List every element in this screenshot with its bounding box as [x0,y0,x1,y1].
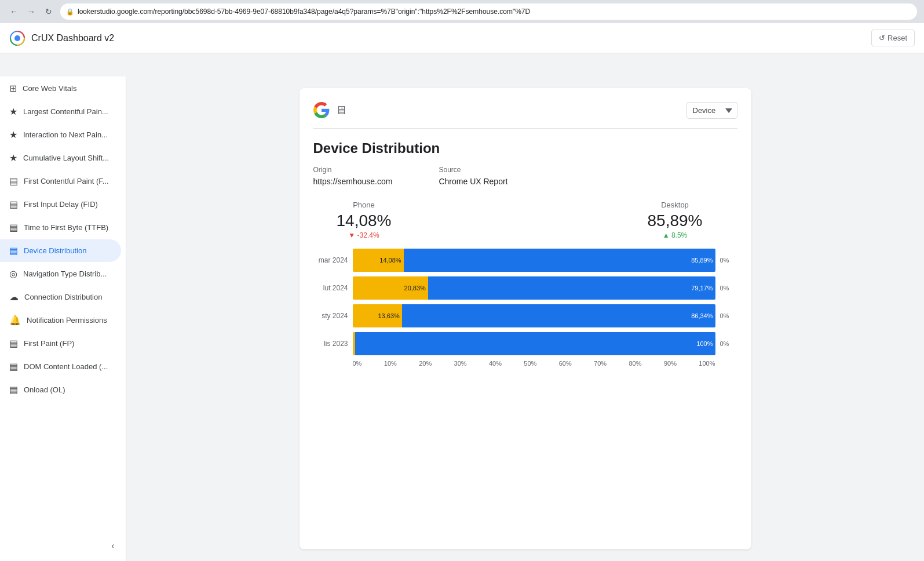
sidebar-item-first-contentful-paint[interactable]: ▤First Contentful Paint (F... [0,170,121,192]
sidebar-icon-first-contentful-paint: ▤ [9,176,18,187]
sidebar-item-connection-distribution[interactable]: ☁Connection Distribution [0,286,121,308]
app-title: CrUX Dashboard v2 [31,33,114,43]
x-axis-label: 30% [454,360,467,367]
back-button[interactable]: ← [7,5,21,19]
sidebar-icon-largest-contentful-paint: ★ [9,106,17,117]
sidebar-item-cumulative-layout-shift[interactable]: ★Cumulative Layout Shift... [0,147,121,169]
desktop-stat-label: Desktop [648,201,703,209]
chart-row-1: lut 2024 20,83% 79,17% 0% [313,276,737,300]
reload-button[interactable]: ↻ [42,5,56,19]
chart-bar-1: 20,83% 79,17% [353,276,715,300]
sidebar-item-time-to-first-byte[interactable]: ▤Time to First Byte (TTFB) [0,216,121,239]
chart-tablet-pct-2: 0% [720,312,737,319]
device-dropdown[interactable]: Device Phone Desktop Tablet [686,102,737,119]
chart-label-3: lis 2023 [313,340,348,348]
sidebar-icon-cumulative-layout-shift: ★ [9,152,17,163]
sidebar-label-cumulative-layout-shift: Cumulative Layout Shift... [23,154,109,162]
sidebar-icon-navigation-type: ◎ [9,268,17,279]
address-bar[interactable]: 🔒 lookerstudio.google.com/reporting/bbc5… [60,3,917,20]
card-title: Device Distribution [313,140,737,156]
x-axis: 0%10%20%30%40%50%60%70%80%90%100% [313,360,737,367]
phone-stat-label: Phone [337,201,392,209]
sidebar-label-largest-contentful-paint: Largest Contentful Pain... [23,107,108,116]
svg-point-1 [14,35,20,41]
sidebar-label-onload: Onload (OL) [24,385,65,394]
sidebar-icon-onload: ▤ [9,384,18,395]
sidebar-item-first-input-delay[interactable]: ▤First Input Delay (FID) [0,193,121,216]
forward-button[interactable]: → [24,5,38,19]
sidebar-icon-time-to-first-byte: ▤ [9,222,18,233]
meta-row: Origin https://semhouse.com Source Chrom… [313,166,737,187]
card-header: 🖥 Device Phone Desktop Tablet [313,102,737,129]
chart-bar-3: 0% 100% [353,332,715,355]
monitor-icon: 🖥 [335,104,347,117]
app-header-left: CrUX Dashboard v2 [9,30,114,46]
stats-row: Phone 14,08% -32.4% Desktop 85,89% 8.5% [313,201,737,239]
x-axis-label: 100% [699,360,715,367]
sidebar-item-onload[interactable]: ▤Onload (OL) [0,378,121,401]
sidebar-icon-interaction-to-next-paint: ★ [9,129,17,140]
phone-stat-change: -32.4% [337,231,392,239]
sidebar-icon-first-input-delay: ▤ [9,199,18,210]
sidebar-icon-dom-content-loaded: ▤ [9,361,18,372]
chart-tablet-pct-1: 0% [720,285,737,292]
card-logos: 🖥 [313,102,347,118]
sidebar-item-first-paint[interactable]: ▤First Paint (FP) [0,332,121,355]
sidebar-icon-first-paint: ▤ [9,338,18,349]
chart-bar-0: 14,08% 85,89% [353,249,715,272]
chart-bar-2: 13,63% 86,34% [353,304,715,327]
source-label: Source [439,166,507,174]
phone-stat: Phone 14,08% -32.4% [337,201,392,239]
reset-label: Reset [888,34,907,42]
sidebar-item-dom-content-loaded[interactable]: ▤DOM Content Loaded (... [0,355,121,378]
origin-value: https://semhouse.com [313,177,393,186]
sidebar-icon-connection-distribution: ☁ [9,292,19,303]
x-axis-label: 0% [353,360,362,367]
app-header: CrUX Dashboard v2 ↺ Reset [0,23,924,53]
reset-icon: ↺ [879,34,885,42]
phone-stat-value: 14,08% [337,212,392,230]
origin-label: Origin [313,166,393,174]
source-meta: Source Chrome UX Report [439,166,507,187]
sidebar-label-interaction-to-next-paint: Interaction to Next Pain... [23,130,108,139]
url-text: lookerstudio.google.com/reporting/bbc569… [78,8,530,16]
x-axis-label: 50% [524,360,536,367]
sidebar-item-interaction-to-next-paint[interactable]: ★Interaction to Next Pain... [0,123,121,146]
chart-label-2: sty 2024 [313,312,348,320]
desktop-stat-change: 8.5% [648,231,703,239]
sidebar-label-first-contentful-paint: First Contentful Paint (F... [24,177,109,185]
reset-button[interactable]: ↺ Reset [871,30,915,46]
sidebar-label-connection-distribution: Connection Distribution [24,293,102,301]
sidebar-label-device-distribution: Device Distribution [24,246,86,255]
chart-tablet-pct-3: 0% [720,340,737,347]
sidebar-item-notification-permissions[interactable]: 🔔Notification Permissions [0,309,121,332]
main-container: ⊞Core Web Vitals★Largest Contentful Pain… [0,76,924,561]
x-axis-label: 60% [559,360,572,367]
sidebar-item-device-distribution[interactable]: ▤Device Distribution [0,239,121,262]
chart-row-2: sty 2024 13,63% 86,34% 0% [313,304,737,327]
bar-desktop-3: 100% [355,332,715,355]
content-area: 🖥 Device Phone Desktop Tablet Device Dis… [126,76,924,561]
bar-desktop-0: 85,89% [404,249,715,272]
browser-bar: ← → ↻ 🔒 lookerstudio.google.com/reportin… [0,0,924,23]
sidebar-item-navigation-type[interactable]: ◎Navigation Type Distrib... [0,263,121,285]
desktop-stat-value: 85,89% [648,212,703,230]
sidebar-label-first-input-delay: First Input Delay (FID) [24,200,98,209]
sidebar-label-time-to-first-byte: Time to First Byte (TTFB) [24,223,108,232]
sidebar-label-first-paint: First Paint (FP) [24,339,74,348]
sidebar: ⊞Core Web Vitals★Largest Contentful Pain… [0,76,126,561]
x-axis-label: 40% [489,360,502,367]
app-logo [9,30,25,46]
origin-meta: Origin https://semhouse.com [313,166,393,187]
bar-phone-0: 14,08% [353,249,404,272]
bar-chart: mar 2024 14,08% 85,89% 0% lut 2024 20,83… [313,249,737,355]
sidebar-label-dom-content-loaded: DOM Content Loaded (... [24,362,108,371]
sidebar-label-notification-permissions: Notification Permissions [27,316,107,325]
bar-desktop-2: 86,34% [402,304,715,327]
sidebar-label-core-web-vitals: Core Web Vitals [23,84,76,93]
sidebar-collapse-button[interactable]: ‹ [105,538,121,554]
device-distribution-card: 🖥 Device Phone Desktop Tablet Device Dis… [300,88,751,549]
lock-icon: 🔒 [66,8,74,16]
sidebar-item-largest-contentful-paint[interactable]: ★Largest Contentful Pain... [0,100,121,123]
sidebar-item-core-web-vitals[interactable]: ⊞Core Web Vitals [0,77,121,100]
